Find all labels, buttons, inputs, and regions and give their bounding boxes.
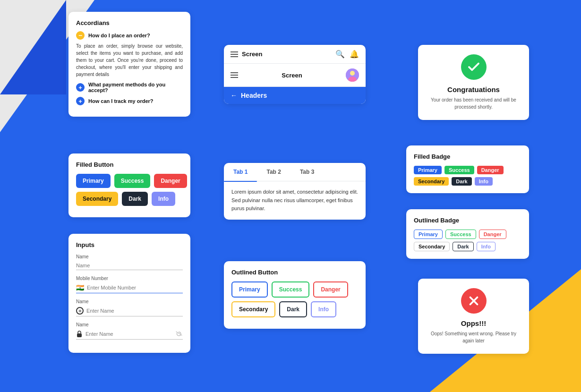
filled-badge-primary: Primary: [414, 166, 442, 174]
error-dialog-card: Opps!!! Oops! Something went wrong. Plea…: [418, 279, 529, 354]
filled-dark-button[interactable]: Dark: [122, 192, 148, 206]
accordion-header-2[interactable]: What payment methods do you accept?: [76, 82, 183, 93]
outlined-badge-card: Outlined Badge Primary Success Danger Se…: [406, 209, 529, 259]
tab-2[interactable]: Tab 2: [257, 163, 290, 181]
outline-badge-primary: Primary: [414, 230, 443, 239]
filled-badge-title: Filled Badge: [414, 153, 521, 160]
header-bar-3: ← Headers: [224, 87, 366, 104]
mobile-input[interactable]: [87, 285, 183, 290]
outline-badge-success: Success: [445, 230, 476, 239]
header-bar-2: Screen: [224, 64, 366, 87]
lock-icon: [76, 330, 83, 338]
avatar: [346, 68, 359, 82]
outline-secondary-button[interactable]: Secondary: [231, 301, 275, 317]
accordion-item-1[interactable]: How do I place an order? To place an ord…: [76, 31, 183, 78]
filled-badge-dark: Dark: [452, 177, 471, 186]
input-group-mobile: Mobile Number 🇮🇳: [76, 276, 183, 293]
filled-badge-secondary: Secondary: [414, 177, 449, 186]
success-icon: [461, 54, 487, 80]
input-label-mobile: Mobile Number: [76, 276, 183, 281]
filled-badge-row: Primary Success Danger Secondary Dark In…: [414, 166, 521, 186]
outline-badge-secondary: Secondary: [414, 242, 450, 251]
filled-success-button[interactable]: Success: [114, 174, 151, 188]
minus-icon: [76, 31, 85, 40]
accordion-card: Accordians How do I place an order? To p…: [68, 12, 190, 117]
accordion-header-3[interactable]: How can I track my order?: [76, 97, 183, 105]
name-globe-input[interactable]: [86, 308, 183, 314]
accordion-title: Accordians: [76, 19, 183, 26]
outlined-button-title: Outlined Button: [231, 269, 358, 276]
accordion-body-1: To place an order, simply browse our web…: [76, 43, 183, 78]
input-group-name: Name: [76, 254, 183, 270]
flag-icon: 🇮🇳: [76, 284, 84, 291]
bell-icon[interactable]: 🔔: [350, 50, 359, 59]
hamburger-icon-2[interactable]: [231, 72, 238, 78]
input-label-name-2: Name: [76, 299, 183, 304]
mobile-input-wrapper: 🇮🇳: [76, 282, 183, 293]
input-group-name-2: Name ⊕: [76, 299, 183, 316]
outline-primary-button[interactable]: Primary: [231, 281, 268, 298]
name-globe-input-wrapper: ⊕: [76, 306, 183, 316]
success-message: Your order has been received and will be…: [426, 96, 521, 111]
inputs-card: Inputs Name Mobile Number 🇮🇳 Name ⊕ Name: [68, 234, 190, 353]
outline-info-button[interactable]: Info: [311, 301, 336, 317]
filled-secondary-button[interactable]: Secondary: [76, 192, 118, 206]
filled-danger-button[interactable]: Danger: [154, 174, 187, 188]
password-input-wrapper: [76, 329, 183, 340]
search-icon[interactable]: 🔍: [335, 50, 345, 59]
hamburger-line-2: [231, 72, 238, 73]
filled-primary-button[interactable]: Primary: [76, 174, 111, 188]
tab-body: Lorem ipsum dolor sit amet, consectetur …: [224, 181, 366, 220]
name-input[interactable]: [76, 261, 183, 270]
password-input[interactable]: [85, 331, 172, 337]
hamburger-line-2: [231, 75, 238, 76]
filled-badge-danger: Danger: [477, 166, 504, 174]
filled-badge-card: Filled Badge Primary Success Danger Seco…: [406, 145, 529, 193]
accordion-question-1: How do I place an order?: [88, 33, 150, 38]
outline-success-button[interactable]: Success: [272, 281, 310, 298]
filled-button-row-2: Secondary Dark Info: [76, 192, 183, 206]
eye-off-icon[interactable]: [175, 330, 183, 338]
input-group-password: Name: [76, 322, 183, 340]
accordion-question-2: What payment methods do you accept?: [88, 82, 183, 93]
hamburger-line: [231, 51, 238, 52]
header-screen-label-1: Screen: [242, 51, 262, 58]
hamburger-line-2: [231, 77, 238, 78]
hamburger-line: [231, 56, 238, 57]
plus-icon-1: [76, 83, 85, 92]
tab-1[interactable]: Tab 1: [224, 163, 257, 181]
headers-label: Headers: [241, 92, 267, 99]
filled-badge-info: Info: [475, 177, 493, 186]
input-label-password: Name: [76, 322, 183, 327]
success-title: Congratuations: [426, 85, 521, 94]
outline-badge-dark: Dark: [453, 242, 473, 251]
filled-button-row-1: Primary Success Danger: [76, 174, 183, 188]
hamburger-icon[interactable]: [231, 51, 238, 57]
outline-badge-info: Info: [477, 242, 496, 251]
error-icon: [461, 288, 487, 314]
outline-danger-button[interactable]: Danger: [313, 281, 348, 298]
plus-icon-2: [76, 97, 85, 105]
outlined-badge-title: Outlined Badge: [414, 217, 521, 224]
filled-button-card: Filled Button Primary Success Danger Sec…: [68, 153, 190, 217]
error-title: Opps!!!: [426, 319, 521, 327]
header-screen-label-2: Screen: [282, 72, 302, 79]
header-bar-1: Screen 🔍 🔔: [224, 45, 366, 64]
outlined-button-card: Outlined Button Primary Success Danger S…: [224, 261, 366, 329]
hamburger-line: [231, 54, 238, 55]
outlined-button-row-1: Primary Success Danger: [231, 281, 358, 298]
outline-dark-button[interactable]: Dark: [279, 301, 307, 317]
input-label-name: Name: [76, 254, 183, 259]
globe-icon: ⊕: [76, 307, 84, 315]
header-icons: 🔍 🔔: [335, 50, 359, 59]
svg-point-2: [350, 71, 355, 76]
accordion-item-3[interactable]: How can I track my order?: [76, 97, 183, 105]
accordion-header-1[interactable]: How do I place an order?: [76, 31, 183, 40]
header-bar-1-left: Screen: [231, 51, 262, 58]
accordion-item-2[interactable]: What payment methods do you accept?: [76, 82, 183, 93]
back-arrow-icon[interactable]: ←: [231, 92, 237, 99]
filled-info-button[interactable]: Info: [152, 192, 175, 206]
outlined-badge-row: Primary Success Danger Secondary Dark In…: [414, 230, 521, 251]
tab-3[interactable]: Tab 3: [290, 163, 324, 181]
outline-badge-danger: Danger: [479, 230, 506, 239]
